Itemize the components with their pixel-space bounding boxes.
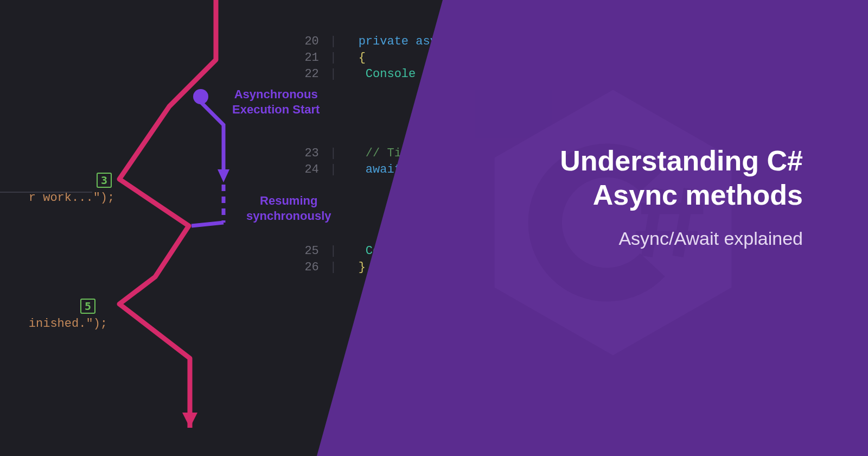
code-fragment-readkey: nsole.ReadKey(); <box>0 446 143 456</box>
code-line-24: 24| await <box>269 145 401 194</box>
annotation-async-start: Asynchronous Execution Start <box>232 87 320 117</box>
annotation-resuming: Resuming synchronously <box>246 193 331 223</box>
step-badge-5: 5 <box>80 299 95 314</box>
title-block: Understanding C# Async methods Async/Awa… <box>560 144 803 249</box>
subtitle: Async/Await explained <box>560 228 803 249</box>
svg-point-0 <box>193 89 208 104</box>
main-title: Understanding C# Async methods <box>560 144 803 213</box>
step-badge-3: 3 <box>97 173 112 188</box>
code-line-26: 26| } <box>269 243 366 292</box>
code-separator-line <box>0 192 92 193</box>
